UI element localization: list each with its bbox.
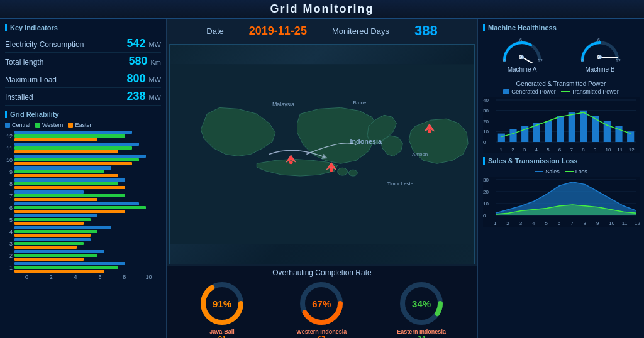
- key-indicators-section: Key Indicators Electricity Consumption 5…: [5, 24, 161, 106]
- completion-section: Overhauling Completion Rate 91% Java-Bal…: [167, 266, 477, 338]
- gen-chart: [483, 97, 639, 153]
- monitored-value: 388: [414, 23, 438, 39]
- bar-row: 5: [5, 214, 161, 225]
- sales-legend: SalesLoss: [483, 168, 639, 175]
- bar-row: 1: [5, 262, 161, 273]
- indicator-row: Electricity Consumption 542 MW: [5, 35, 161, 53]
- machine-gauge-svg: 0 6 12 6: [578, 35, 622, 63]
- indicator-unit: Km: [151, 58, 162, 66]
- bar-legend: CentralWesternEastern: [5, 122, 161, 128]
- right-panel: Machine Healthiness 0 6 12 8 Machine A 0…: [477, 19, 644, 338]
- bar-row: 12: [5, 131, 161, 141]
- dashboard: Grid Monitoring Key Indicators Electrici…: [0, 0, 644, 338]
- svg-text:Timor Leste: Timor Leste: [387, 181, 414, 187]
- bar-row: 2: [5, 250, 161, 261]
- bar-row: 7: [5, 190, 161, 201]
- svg-text:6: 6: [519, 38, 522, 42]
- machine-label: Machine B: [578, 66, 622, 73]
- completion-gauge: 91% Java-Bali 91: [198, 280, 246, 338]
- gen-legend: Generated PowerTransmitted Power: [483, 89, 639, 95]
- indicator-list: Electricity Consumption 542 MW Total len…: [5, 35, 161, 106]
- key-indicators-title: Key Indicators: [5, 24, 161, 31]
- map-area: Malaysia Brunei Indonesia: [169, 44, 475, 264]
- header: Grid Monitoring: [0, 0, 644, 19]
- donut-label: Western Indonesia: [296, 329, 347, 335]
- date-bar: Date 2019-11-25 Monitered Days 388: [167, 19, 477, 43]
- indicator-label: Maximum Load: [5, 75, 57, 84]
- donut-number: 34: [397, 335, 446, 338]
- svg-text:0: 0: [503, 58, 506, 63]
- grid-reliability-title: Grid Reliability: [5, 111, 161, 118]
- indicator-value: 542: [126, 37, 145, 50]
- machine-health-section: Machine Healthiness 0 6 12 8 Machine A 0…: [483, 24, 639, 75]
- indicator-value: 580: [128, 55, 147, 68]
- indicator-label: Electricity Consumption: [5, 40, 84, 49]
- svg-text:0: 0: [581, 58, 584, 63]
- svg-text:12: 12: [616, 58, 621, 63]
- svg-text:Brunei: Brunei: [353, 100, 367, 106]
- left-panel: Key Indicators Electricity Consumption 5…: [0, 19, 167, 338]
- indicator-value: 800: [126, 72, 145, 85]
- donut-percent: 67%: [312, 298, 331, 309]
- svg-point-2: [348, 170, 357, 176]
- svg-text:6: 6: [597, 54, 600, 60]
- donut-number: 67: [296, 335, 347, 338]
- indicator-row: Total length 580 Km: [5, 53, 161, 70]
- donut-label: Java-Bali: [198, 329, 246, 335]
- bar-row: 11: [5, 143, 161, 153]
- gen-transmitted-section: Generated & Transmitted Power Generated …: [483, 80, 639, 153]
- machine-label: Machine A: [500, 66, 544, 73]
- svg-point-11: [428, 129, 431, 133]
- completion-gauge: 34% Eastern Indonesia 34: [397, 280, 446, 338]
- sales-transmission-section: Sales & Transmission Loss SalesLoss: [483, 157, 639, 227]
- svg-text:Indonesia: Indonesia: [350, 138, 382, 145]
- svg-point-7: [289, 160, 293, 164]
- svg-text:Malaysia: Malaysia: [272, 101, 294, 107]
- sales-legend-item: Loss: [565, 168, 587, 175]
- bar-row: 4: [5, 226, 161, 237]
- machine-gauge-svg: 0 6 12 8: [500, 35, 544, 63]
- date-value: 2019-11-25: [249, 25, 307, 38]
- donut-number: 91: [198, 335, 246, 338]
- completion-gauge: 67% Western Indonesia 67: [296, 280, 347, 338]
- bar-row: 9: [5, 166, 161, 177]
- svg-line-20: [522, 57, 537, 63]
- completion-title: Overhauling Completion Rate: [167, 266, 477, 277]
- indicator-label: Total length: [5, 58, 43, 67]
- svg-point-9: [330, 168, 333, 172]
- date-label: Date: [206, 26, 223, 36]
- sales-chart: [483, 177, 639, 227]
- indonesia-map: Malaysia Brunei Indonesia: [170, 45, 474, 264]
- gauges-row: 0 6 12 8 Machine A 0 6 12 6 Machine B: [483, 35, 639, 73]
- indicator-unit: MW: [148, 94, 161, 101]
- machine-health-title: Machine Healthiness: [483, 24, 639, 31]
- page-title: Grid Monitoring: [270, 3, 374, 16]
- bar-row: 6: [5, 202, 161, 213]
- svg-text:6: 6: [597, 38, 600, 42]
- bar-row: 8: [5, 178, 161, 189]
- indicator-label: Installed: [5, 93, 33, 102]
- gen-transmitted-title: Generated & Transmitted Power: [483, 80, 639, 87]
- svg-point-1: [338, 168, 348, 175]
- donut-percent: 34%: [412, 298, 431, 309]
- indicator-row: Maximum Load 800 MW: [5, 70, 161, 88]
- donut-label: Eastern Indonesia: [397, 329, 446, 335]
- donut-percent: 91%: [213, 298, 231, 309]
- gen-legend-item: Generated Power: [503, 89, 556, 95]
- svg-text:12: 12: [538, 58, 543, 63]
- svg-text:Ambon: Ambon: [412, 151, 428, 157]
- indicator-unit: MW: [148, 76, 161, 84]
- legend-item: Eastern: [68, 122, 94, 128]
- donut-gauges: 91% Java-Bali 91 67% Western Indonesia 6…: [167, 277, 477, 338]
- x-axis: 0246810: [5, 274, 161, 280]
- indicator-unit: MW: [148, 41, 161, 48]
- legend-item: Central: [5, 122, 30, 128]
- sales-title: Sales & Transmission Loss: [483, 157, 639, 165]
- svg-text:8: 8: [519, 54, 522, 60]
- legend-item: Western: [35, 122, 63, 128]
- machine-gauge: 0 6 12 6 Machine B: [578, 35, 622, 73]
- center-panel: Date 2019-11-25 Monitered Days 388: [167, 19, 477, 338]
- sales-legend-item: Sales: [535, 168, 560, 175]
- gen-legend-item: Transmitted Power: [561, 89, 619, 95]
- bar-row: 3: [5, 238, 161, 249]
